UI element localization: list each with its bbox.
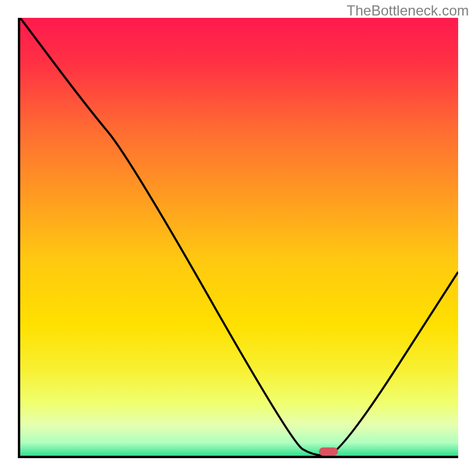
watermark-text: TheBottleneck.com — [347, 2, 469, 19]
chart-container: TheBottleneck.com — [0, 0, 476, 476]
plot-area — [18, 18, 458, 458]
curve-line — [20, 18, 458, 456]
optimal-marker — [319, 447, 338, 456]
